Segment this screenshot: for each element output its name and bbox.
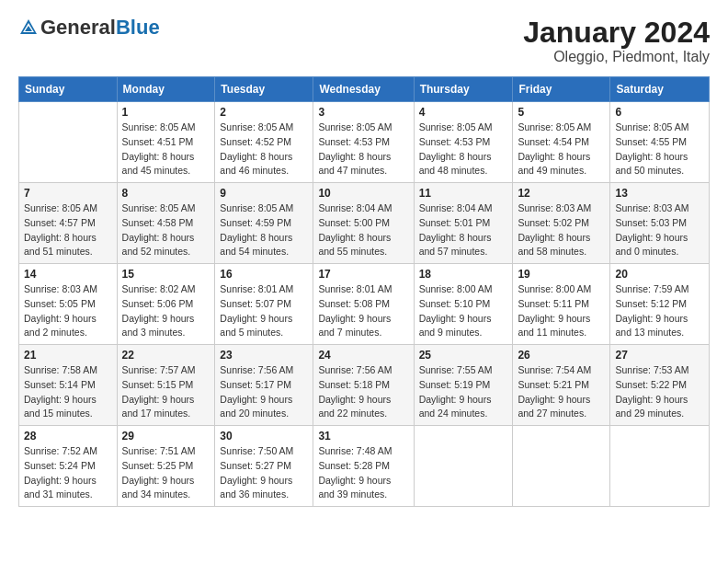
day-detail: Sunrise: 7:52 AMSunset: 5:24 PMDaylight:… bbox=[24, 444, 112, 502]
day-detail: Sunrise: 8:05 AMSunset: 4:58 PMDaylight:… bbox=[122, 201, 210, 259]
day-number: 28 bbox=[24, 430, 112, 442]
day-detail: Sunrise: 8:00 AMSunset: 5:11 PMDaylight:… bbox=[518, 282, 605, 340]
day-detail: Sunrise: 8:05 AMSunset: 4:51 PMDaylight:… bbox=[122, 121, 210, 178]
day-cell: 15Sunrise: 8:02 AMSunset: 5:06 PMDayligh… bbox=[117, 264, 215, 345]
day-detail: Sunrise: 7:55 AMSunset: 5:19 PMDaylight:… bbox=[419, 363, 508, 421]
day-detail: Sunrise: 8:02 AMSunset: 5:06 PMDaylight:… bbox=[122, 282, 210, 340]
day-cell: 13Sunrise: 8:03 AMSunset: 5:03 PMDayligh… bbox=[610, 183, 710, 264]
day-cell: 27Sunrise: 7:53 AMSunset: 5:22 PMDayligh… bbox=[610, 345, 710, 426]
day-cell: 21Sunrise: 7:58 AMSunset: 5:14 PMDayligh… bbox=[19, 345, 118, 426]
day-cell: 26Sunrise: 7:54 AMSunset: 5:21 PMDayligh… bbox=[513, 345, 610, 426]
day-number: 19 bbox=[518, 268, 605, 281]
day-number: 18 bbox=[419, 268, 508, 281]
header: GeneralBlue January 2024 Oleggio, Piedmo… bbox=[18, 17, 710, 65]
day-cell: 25Sunrise: 7:55 AMSunset: 5:19 PMDayligh… bbox=[414, 345, 513, 426]
day-number: 4 bbox=[419, 106, 508, 119]
day-detail: Sunrise: 7:57 AMSunset: 5:15 PMDaylight:… bbox=[122, 363, 210, 421]
day-number: 10 bbox=[318, 187, 408, 200]
day-cell: 19Sunrise: 8:00 AMSunset: 5:11 PMDayligh… bbox=[513, 264, 610, 345]
day-detail: Sunrise: 8:01 AMSunset: 5:08 PMDaylight:… bbox=[318, 282, 408, 340]
day-detail: Sunrise: 7:53 AMSunset: 5:22 PMDaylight:… bbox=[615, 363, 704, 421]
day-number: 25 bbox=[419, 349, 508, 362]
day-detail: Sunrise: 7:50 AMSunset: 5:27 PMDaylight:… bbox=[220, 444, 308, 502]
day-number: 2 bbox=[220, 106, 308, 119]
calendar-table: Sunday Monday Tuesday Wednesday Thursday… bbox=[18, 76, 710, 507]
header-friday: Friday bbox=[513, 77, 610, 102]
day-detail: Sunrise: 8:05 AMSunset: 4:54 PMDaylight:… bbox=[518, 121, 605, 178]
calendar-title: January 2024 bbox=[523, 17, 710, 49]
day-cell bbox=[610, 426, 710, 507]
day-detail: Sunrise: 7:58 AMSunset: 5:14 PMDaylight:… bbox=[24, 363, 112, 421]
day-cell: 9Sunrise: 8:05 AMSunset: 4:59 PMDaylight… bbox=[215, 183, 313, 264]
day-cell: 12Sunrise: 8:03 AMSunset: 5:02 PMDayligh… bbox=[513, 183, 610, 264]
day-cell: 7Sunrise: 8:05 AMSunset: 4:57 PMDaylight… bbox=[19, 183, 118, 264]
header-saturday: Saturday bbox=[610, 77, 710, 102]
day-cell: 24Sunrise: 7:56 AMSunset: 5:18 PMDayligh… bbox=[313, 345, 414, 426]
day-detail: Sunrise: 8:05 AMSunset: 4:52 PMDaylight:… bbox=[220, 121, 308, 178]
day-detail: Sunrise: 8:05 AMSunset: 4:53 PMDaylight:… bbox=[318, 121, 408, 178]
day-cell bbox=[19, 102, 118, 183]
day-detail: Sunrise: 8:01 AMSunset: 5:07 PMDaylight:… bbox=[220, 282, 308, 340]
day-detail: Sunrise: 7:51 AMSunset: 5:25 PMDaylight:… bbox=[122, 444, 210, 502]
day-cell: 3Sunrise: 8:05 AMSunset: 4:53 PMDaylight… bbox=[313, 102, 414, 183]
day-number: 7 bbox=[24, 187, 112, 200]
day-detail: Sunrise: 7:56 AMSunset: 5:18 PMDaylight:… bbox=[318, 363, 408, 421]
header-thursday: Thursday bbox=[414, 77, 513, 102]
day-number: 21 bbox=[24, 349, 112, 362]
day-cell: 4Sunrise: 8:05 AMSunset: 4:53 PMDaylight… bbox=[414, 102, 513, 183]
day-number: 26 bbox=[518, 349, 605, 362]
day-number: 22 bbox=[122, 349, 210, 362]
day-cell: 2Sunrise: 8:05 AMSunset: 4:52 PMDaylight… bbox=[215, 102, 313, 183]
day-number: 13 bbox=[615, 187, 704, 200]
day-detail: Sunrise: 8:04 AMSunset: 5:00 PMDaylight:… bbox=[318, 201, 408, 259]
header-monday: Monday bbox=[117, 77, 215, 102]
day-number: 3 bbox=[318, 106, 408, 119]
week-row-2: 14Sunrise: 8:03 AMSunset: 5:05 PMDayligh… bbox=[19, 264, 710, 345]
day-cell: 10Sunrise: 8:04 AMSunset: 5:00 PMDayligh… bbox=[313, 183, 414, 264]
header-tuesday: Tuesday bbox=[215, 77, 313, 102]
day-number: 24 bbox=[318, 349, 408, 362]
header-sunday: Sunday bbox=[19, 77, 118, 102]
day-number: 15 bbox=[122, 268, 210, 281]
day-number: 23 bbox=[220, 349, 308, 362]
day-cell: 30Sunrise: 7:50 AMSunset: 5:27 PMDayligh… bbox=[215, 426, 313, 507]
day-cell: 11Sunrise: 8:04 AMSunset: 5:01 PMDayligh… bbox=[414, 183, 513, 264]
day-cell: 22Sunrise: 7:57 AMSunset: 5:15 PMDayligh… bbox=[117, 345, 215, 426]
day-number: 31 bbox=[318, 430, 408, 442]
day-detail: Sunrise: 8:05 AMSunset: 4:57 PMDaylight:… bbox=[24, 201, 112, 259]
day-number: 29 bbox=[122, 430, 210, 442]
day-cell: 6Sunrise: 8:05 AMSunset: 4:55 PMDaylight… bbox=[610, 102, 710, 183]
day-number: 11 bbox=[419, 187, 508, 200]
day-cell bbox=[513, 426, 610, 507]
day-number: 12 bbox=[518, 187, 605, 200]
day-cell: 8Sunrise: 8:05 AMSunset: 4:58 PMDaylight… bbox=[117, 183, 215, 264]
day-cell: 29Sunrise: 7:51 AMSunset: 5:25 PMDayligh… bbox=[117, 426, 215, 507]
day-cell: 16Sunrise: 8:01 AMSunset: 5:07 PMDayligh… bbox=[215, 264, 313, 345]
day-detail: Sunrise: 8:03 AMSunset: 5:02 PMDaylight:… bbox=[518, 201, 605, 259]
day-detail: Sunrise: 7:54 AMSunset: 5:21 PMDaylight:… bbox=[518, 363, 605, 421]
day-number: 27 bbox=[615, 349, 704, 362]
logo-blue-text: Blue bbox=[116, 16, 160, 39]
day-detail: Sunrise: 7:56 AMSunset: 5:17 PMDaylight:… bbox=[220, 363, 308, 421]
day-detail: Sunrise: 8:04 AMSunset: 5:01 PMDaylight:… bbox=[419, 201, 508, 259]
day-cell: 5Sunrise: 8:05 AMSunset: 4:54 PMDaylight… bbox=[513, 102, 610, 183]
header-row: Sunday Monday Tuesday Wednesday Thursday… bbox=[19, 77, 710, 102]
day-number: 1 bbox=[122, 106, 210, 119]
title-block: January 2024 Oleggio, Piedmont, Italy bbox=[523, 17, 710, 65]
day-number: 16 bbox=[220, 268, 308, 281]
day-cell bbox=[414, 426, 513, 507]
day-cell: 20Sunrise: 7:59 AMSunset: 5:12 PMDayligh… bbox=[610, 264, 710, 345]
day-number: 14 bbox=[24, 268, 112, 281]
day-cell: 17Sunrise: 8:01 AMSunset: 5:08 PMDayligh… bbox=[313, 264, 414, 345]
day-detail: Sunrise: 8:03 AMSunset: 5:05 PMDaylight:… bbox=[24, 282, 112, 340]
day-number: 30 bbox=[220, 430, 308, 442]
day-number: 9 bbox=[220, 187, 308, 200]
day-number: 5 bbox=[518, 106, 605, 119]
day-detail: Sunrise: 8:00 AMSunset: 5:10 PMDaylight:… bbox=[419, 282, 508, 340]
day-detail: Sunrise: 7:48 AMSunset: 5:28 PMDaylight:… bbox=[318, 444, 408, 502]
week-row-1: 7Sunrise: 8:05 AMSunset: 4:57 PMDaylight… bbox=[19, 183, 710, 264]
day-cell: 23Sunrise: 7:56 AMSunset: 5:17 PMDayligh… bbox=[215, 345, 313, 426]
header-wednesday: Wednesday bbox=[313, 77, 414, 102]
day-detail: Sunrise: 8:05 AMSunset: 4:53 PMDaylight:… bbox=[419, 121, 508, 178]
day-cell: 1Sunrise: 8:05 AMSunset: 4:51 PMDaylight… bbox=[117, 102, 215, 183]
